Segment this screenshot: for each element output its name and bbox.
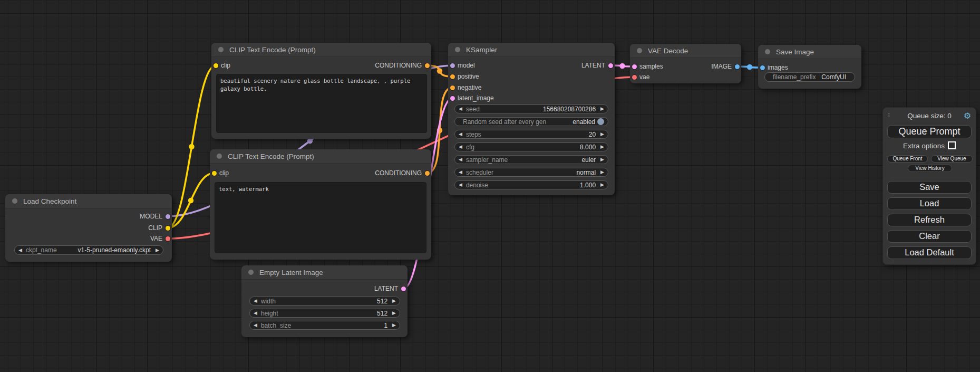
ksampler-node[interactable]: KSamplermodelpositivenegativelatent_imag… <box>448 43 615 195</box>
denoise-widget[interactable]: ◀denoise1.000▶ <box>454 180 608 189</box>
decrement-arrow-icon[interactable]: ◀ <box>459 157 462 162</box>
queue-front-button[interactable]: Queue Front <box>887 155 928 163</box>
queue-panel: ⠇ Queue size: 0 ⚙ Queue Prompt Extra opt… <box>882 107 976 265</box>
CLIP-output-port[interactable] <box>166 226 170 231</box>
images-input-port[interactable] <box>760 65 765 70</box>
widget-value: enabled <box>573 118 597 126</box>
increment-arrow-icon[interactable]: ▶ <box>392 299 396 303</box>
height-widget[interactable]: ◀height512▶ <box>249 309 400 318</box>
batch_size-widget[interactable]: ◀batch_size1▶ <box>249 321 400 330</box>
positive-input-port[interactable] <box>450 74 455 79</box>
port-label: images <box>768 63 788 72</box>
collapse-dot-icon[interactable] <box>455 47 460 52</box>
Random seed after every gen-widget[interactable]: Random seed after every genenabled <box>454 117 608 126</box>
collapse-dot-icon[interactable] <box>218 47 224 52</box>
increment-arrow-icon[interactable]: ▶ <box>392 311 396 316</box>
load-button[interactable]: Load <box>887 197 972 210</box>
collapse-dot-icon[interactable] <box>765 49 770 54</box>
port-label: negative <box>458 83 481 92</box>
port-label: vae <box>639 73 649 81</box>
decrement-arrow-icon[interactable]: ◀ <box>459 170 462 175</box>
prompt-textarea[interactable]: beautiful scenery nature glass bottle la… <box>216 74 427 133</box>
collapse-dot-icon[interactable] <box>248 270 254 275</box>
collapse-dot-icon[interactable] <box>637 48 642 53</box>
decrement-arrow-icon[interactable]: ◀ <box>459 132 462 137</box>
node-title: Load Checkpoint <box>5 194 172 208</box>
node-title: Save Image <box>758 45 861 59</box>
increment-arrow-icon[interactable]: ▶ <box>600 107 604 111</box>
toggle-knob-icon[interactable] <box>597 118 604 125</box>
ckpt_name-widget[interactable]: ◀ckpt_namev1-5-pruned-emaonly.ckpt▶ <box>14 245 163 255</box>
increment-arrow-icon[interactable]: ▶ <box>600 157 604 162</box>
VAE-output-port[interactable] <box>166 236 170 241</box>
increment-arrow-icon[interactable]: ▶ <box>600 145 604 149</box>
decrement-arrow-icon[interactable]: ◀ <box>459 107 462 111</box>
clip-text-encode-2-node[interactable]: CLIP Text Encode (Prompt)clipCONDITIONIN… <box>210 149 431 260</box>
decrement-arrow-icon[interactable]: ◀ <box>254 311 257 316</box>
collapse-dot-icon[interactable] <box>217 154 222 159</box>
refresh-button[interactable]: Refresh <box>887 214 972 226</box>
port-label: VAE <box>150 234 162 243</box>
empty-latent-image-node[interactable]: Empty Latent ImageLATENT◀width512▶◀heigh… <box>241 265 407 337</box>
view-history-button[interactable]: View History <box>908 165 952 172</box>
collapse-dot-icon[interactable] <box>12 198 17 204</box>
decrement-arrow-icon[interactable]: ◀ <box>18 248 22 253</box>
port-label: MODEL <box>140 212 162 221</box>
IMAGE-output-port[interactable] <box>735 64 740 69</box>
prompt-textarea[interactable]: text, watermark <box>215 182 426 253</box>
save-image-node[interactable]: Save Imageimagesfilename_prefixComfyUI <box>758 45 861 89</box>
clear-button[interactable]: Clear <box>887 230 972 243</box>
clip-input-port[interactable] <box>212 171 217 176</box>
widget-label: height <box>261 310 278 317</box>
widget-label: Random seed after every gen <box>463 118 546 126</box>
load-default-button[interactable]: Load Default <box>887 246 972 259</box>
increment-arrow-icon[interactable]: ▶ <box>392 323 396 328</box>
model-input-port[interactable] <box>450 63 455 68</box>
negative-input-port[interactable] <box>450 85 455 90</box>
widget-value: euler <box>581 156 600 164</box>
node-title: KSampler <box>448 43 615 57</box>
decrement-arrow-icon[interactable]: ◀ <box>254 299 257 303</box>
decrement-arrow-icon[interactable]: ◀ <box>459 183 462 187</box>
widget-value: 156680208700286 <box>543 106 600 113</box>
save-button[interactable]: Save <box>887 181 972 194</box>
queue-prompt-button[interactable]: Queue Prompt <box>887 125 972 138</box>
clip-text-encode-1-node[interactable]: CLIP Text Encode (Prompt)clipCONDITIONIN… <box>211 43 431 139</box>
widget-value: 512 <box>377 310 392 317</box>
increment-arrow-icon[interactable]: ▶ <box>600 170 604 175</box>
decrement-arrow-icon[interactable]: ◀ <box>254 323 257 328</box>
sampler_name-widget[interactable]: ◀sampler_nameeuler▶ <box>454 155 608 164</box>
latent_image-input-port[interactable] <box>450 96 455 101</box>
node-title: CLIP Text Encode (Prompt) <box>211 43 431 57</box>
cfg-widget[interactable]: ◀cfg8.000▶ <box>454 142 608 151</box>
increment-arrow-icon[interactable]: ▶ <box>600 183 604 187</box>
samples-input-port[interactable] <box>632 64 637 69</box>
link-midpoint-dot <box>188 198 193 203</box>
filename_prefix-widget[interactable]: filename_prefixComfyUI <box>764 72 855 82</box>
widget-label: scheduler <box>466 169 493 176</box>
queue-size-label: Queue size: 0 <box>883 111 976 121</box>
extra-options-checkbox[interactable] <box>948 141 956 149</box>
settings-gear-icon[interactable]: ⚙ <box>964 111 971 121</box>
vae-input-port[interactable] <box>632 75 637 80</box>
view-queue-button[interactable]: View Queue <box>931 155 973 163</box>
queue-panel-header: ⠇ Queue size: 0 ⚙ <box>883 111 976 121</box>
load-checkpoint-node[interactable]: Load CheckpointMODELCLIPVAE◀ckpt_namev1-… <box>5 194 172 262</box>
width-widget[interactable]: ◀width512▶ <box>249 297 400 306</box>
vae-decode-node[interactable]: VAE DecodesamplesvaeIMAGE <box>630 44 741 83</box>
CONDITIONING-output-port[interactable] <box>425 171 430 176</box>
widget-label: filename_prefix <box>773 73 816 81</box>
widget-label: denoise <box>466 182 488 189</box>
MODEL-output-port[interactable] <box>166 214 170 219</box>
LATENT-output-port[interactable] <box>608 63 613 68</box>
LATENT-output-port[interactable] <box>401 287 406 291</box>
increment-arrow-icon[interactable]: ▶ <box>156 248 159 253</box>
steps-widget[interactable]: ◀steps20▶ <box>454 130 608 139</box>
clip-input-port[interactable] <box>214 63 218 68</box>
scheduler-widget[interactable]: ◀schedulernormal▶ <box>454 168 608 177</box>
seed-widget[interactable]: ◀seed156680208700286▶ <box>454 104 608 113</box>
decrement-arrow-icon[interactable]: ◀ <box>459 145 462 149</box>
increment-arrow-icon[interactable]: ▶ <box>600 132 604 137</box>
CONDITIONING-output-port[interactable] <box>425 63 430 68</box>
widget-label: ckpt_name <box>26 246 57 254</box>
